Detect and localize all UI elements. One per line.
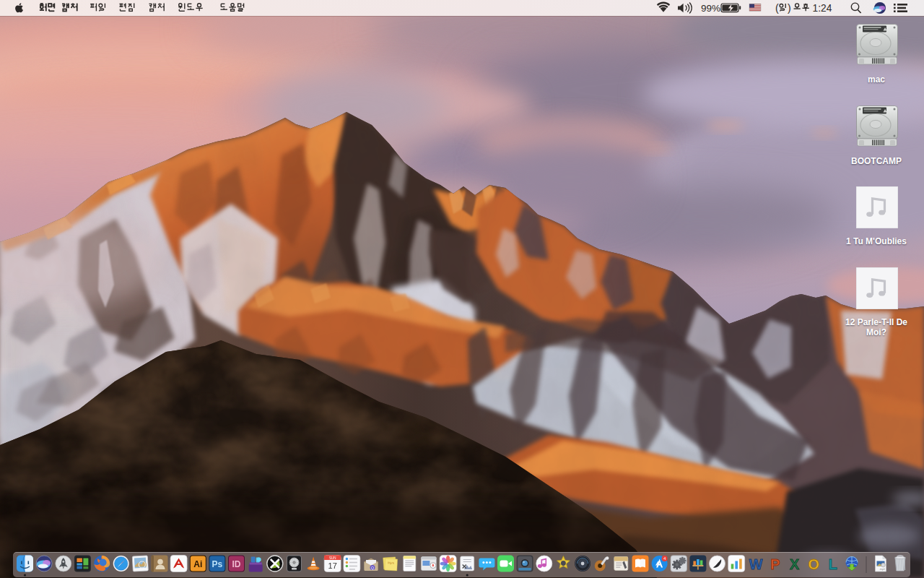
svg-text:SUN: SUN [329, 556, 336, 560]
svg-text:99%: 99% [701, 3, 720, 14]
svg-text:ID: ID [232, 559, 241, 569]
svg-text:Mym: Mym [388, 561, 395, 564]
svg-text:17: 17 [328, 561, 337, 570]
svg-text:): ) [788, 2, 791, 14]
svg-text:.mp4: .mp4 [879, 568, 885, 571]
svg-text:X: X [790, 556, 800, 572]
svg-text:Ps: Ps [212, 559, 223, 569]
svg-text:(: ( [775, 2, 779, 14]
svg-text:O: O [808, 556, 819, 572]
svg-text:Ai: Ai [193, 559, 202, 569]
svg-text:P: P [770, 556, 780, 572]
svg-text:1:24: 1:24 [813, 3, 832, 14]
svg-text:L: L [829, 556, 837, 572]
svg-text:W: W [749, 556, 763, 572]
svg-text:Q: Q [371, 566, 374, 570]
